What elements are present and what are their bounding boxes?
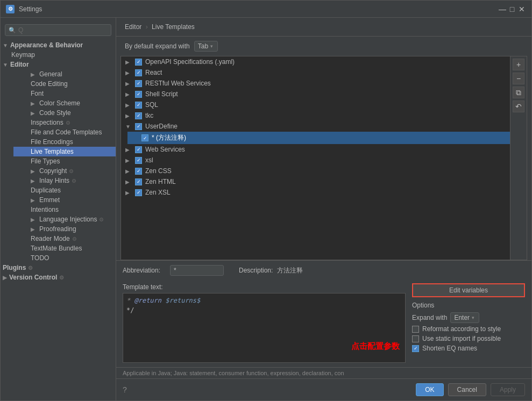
list-item-react[interactable]: ▶ ✓ React (121, 67, 510, 78)
chevron-right-icon: ▶ (125, 102, 132, 108)
sidebar-item-todo[interactable]: TODO (13, 253, 116, 263)
item-label: Shell Script (145, 90, 178, 98)
close-button[interactable]: ✕ (517, 5, 526, 13)
copy-button[interactable]: ⧉ (513, 87, 524, 98)
sidebar-item-label: Reader Mode (31, 235, 70, 242)
undo-button[interactable]: ↶ (513, 101, 524, 112)
checkbox-zenxsl[interactable]: ✓ (135, 189, 142, 196)
checkbox-zencss[interactable]: ✓ (135, 168, 142, 175)
list-item-sql[interactable]: ▶ ✓ SQL (121, 99, 510, 110)
sidebar-item-label: Editor (10, 61, 29, 68)
cancel-button[interactable]: Cancel (448, 383, 486, 396)
item-label: React (145, 69, 162, 76)
sidebar-item-duplicates[interactable]: Duplicates (13, 185, 116, 195)
sidebar-item-reader-mode[interactable]: Reader Mode ⚙ (13, 234, 116, 244)
list-item-zenxsl[interactable]: ▶ ✓ Zen XSL (121, 187, 510, 198)
template-text-area: Template text: * @return $returns$ */ 点击… (123, 283, 406, 363)
search-box[interactable]: 🔍 Q (5, 24, 111, 36)
footer-buttons: OK Cancel Apply (416, 383, 525, 396)
help-button[interactable]: ? (123, 385, 127, 394)
checkbox-userdefine-child[interactable]: ✓ (141, 134, 148, 141)
sidebar-item-inlay-hints[interactable]: ▶ Inlay Hints ⚙ (13, 176, 116, 185)
template-code-text: * @return $returns$ (126, 297, 200, 304)
sidebar-item-label: Code Style (39, 109, 71, 117)
sidebar-item-inspections[interactable]: Inspections ⚙ (13, 118, 116, 127)
sidebar-item-general[interactable]: ▶ General (13, 69, 116, 79)
item-label: UserDefine (145, 123, 178, 130)
sidebar-item-code-style[interactable]: ▶ Code Style (13, 108, 116, 118)
checkbox-xsl[interactable]: ✓ (135, 157, 142, 164)
reformat-label: Reformat according to style (422, 325, 501, 333)
checkbox-openapi[interactable]: ✓ (135, 59, 142, 66)
reformat-row: Reformat according to style (412, 325, 525, 333)
sidebar-item-intentions[interactable]: Intentions (13, 205, 116, 214)
list-item-restful[interactable]: ▶ ✓ RESTful Web Services (121, 78, 510, 89)
sidebar-item-proofreading[interactable]: ▶ Proofreading (13, 224, 116, 234)
static-import-checkbox[interactable] (412, 335, 419, 342)
ok-button[interactable]: OK (416, 383, 443, 396)
maximize-button[interactable]: □ (508, 5, 516, 13)
sidebar-item-textmate-bundles[interactable]: TextMate Bundles (13, 244, 116, 253)
checkbox-tkc[interactable]: ✓ (135, 112, 142, 119)
edit-variables-button[interactable]: Edit variables (412, 283, 525, 297)
sidebar-item-keymap[interactable]: Keymap (1, 50, 116, 60)
checkbox-sql[interactable]: ✓ (135, 102, 142, 109)
sidebar-item-version-control[interactable]: ▶ Version Control ⚙ (1, 273, 116, 282)
sidebar-item-appearance[interactable]: ▼ Appearance & Behavior (1, 40, 116, 50)
expand-with-dropdown[interactable]: Tab ▾ (194, 41, 218, 52)
footer: ? OK Cancel Apply (116, 378, 531, 400)
sidebar-item-file-encodings[interactable]: File Encodings (13, 137, 116, 147)
checkbox-userdefine[interactable]: ✓ (135, 123, 142, 130)
toolbar: By default expand with Tab ▾ (116, 37, 531, 56)
add-button[interactable]: + (513, 59, 524, 70)
sidebar-item-emmet[interactable]: ▶ Emmet (13, 195, 116, 205)
checkbox-webservices[interactable]: ✓ (135, 146, 142, 153)
chevron-right-icon: ▶ (31, 101, 37, 106)
item-label: * (方法注释) (152, 133, 186, 142)
apply-button[interactable]: Apply (491, 383, 525, 396)
list-item-zenhtml[interactable]: ▶ ✓ Zen HTML (121, 176, 510, 187)
chevron-right-icon: ▶ (125, 81, 132, 87)
checkbox-zenhtml[interactable]: ✓ (135, 178, 142, 185)
sidebar-item-color-scheme[interactable]: ▶ Color Scheme (13, 98, 116, 108)
shorten-eq-checkbox[interactable]: ✓ (412, 345, 419, 352)
list-item-tkc[interactable]: ▶ ✓ tkc (121, 110, 510, 121)
sidebar-item-label: Live Templates (31, 148, 74, 155)
chevron-down-icon: ▼ (125, 124, 132, 130)
sidebar-item-code-editing[interactable]: Code Editing (13, 79, 116, 89)
list-item-xsl[interactable]: ▶ ✓ xsl (121, 155, 510, 166)
list-item-userdefine-child[interactable]: ✓ * (方法注释) (127, 132, 510, 144)
templates-list-container: ▶ ✓ OpenAPI Specifications (.yaml) ▶ ✓ R… (120, 56, 527, 260)
static-import-row: Use static import if possible (412, 335, 525, 342)
sidebar-item-live-templates[interactable]: Live Templates (13, 147, 116, 156)
item-label: tkc (145, 112, 153, 119)
list-item-zencss[interactable]: ▶ ✓ Zen CSS (121, 166, 510, 176)
chevron-right-icon: ▶ (125, 91, 132, 97)
breadcrumb: Editor › Live Templates (116, 18, 531, 37)
list-item-userdefine[interactable]: ▼ ✓ UserDefine (121, 121, 510, 132)
sidebar-item-file-code-templates[interactable]: File and Code Templates (13, 127, 116, 137)
checkbox-react[interactable]: ✓ (135, 69, 142, 76)
reformat-checkbox[interactable] (412, 326, 419, 333)
list-item-shell[interactable]: ▶ ✓ Shell Script (121, 89, 510, 99)
list-item-webservices[interactable]: ▶ ✓ Web Services (121, 144, 510, 155)
settings-icon: ⚙ (69, 168, 74, 174)
sidebar-item-editor[interactable]: ▼ Editor (1, 60, 116, 69)
minimize-button[interactable]: — (498, 5, 507, 13)
remove-button[interactable]: − (513, 73, 524, 84)
expand-with-options-dropdown[interactable]: Enter ▾ (450, 312, 479, 323)
sidebar-item-plugins[interactable]: Plugins ⚙ (1, 263, 116, 273)
list-item-openapi[interactable]: ▶ ✓ OpenAPI Specifications (.yaml) (121, 56, 510, 67)
checkbox-restful[interactable]: ✓ (135, 80, 142, 87)
settings-icon: ⚙ (99, 217, 104, 223)
sidebar-item-file-types[interactable]: File Types (13, 156, 116, 166)
chevron-right-icon: ▶ (125, 147, 132, 153)
checkbox-shell[interactable]: ✓ (135, 91, 142, 98)
abbreviation-input[interactable] (170, 265, 224, 276)
sidebar-item-label: General (39, 70, 62, 78)
sidebar-item-font[interactable]: Font (13, 89, 116, 98)
search-icon: 🔍 (9, 27, 16, 34)
sidebar-item-copyright[interactable]: ▶ Copyright ⚙ (13, 166, 116, 176)
description-label: Description: (239, 267, 273, 274)
sidebar-item-language-injections[interactable]: ▶ Language Injections ⚙ (13, 214, 116, 224)
